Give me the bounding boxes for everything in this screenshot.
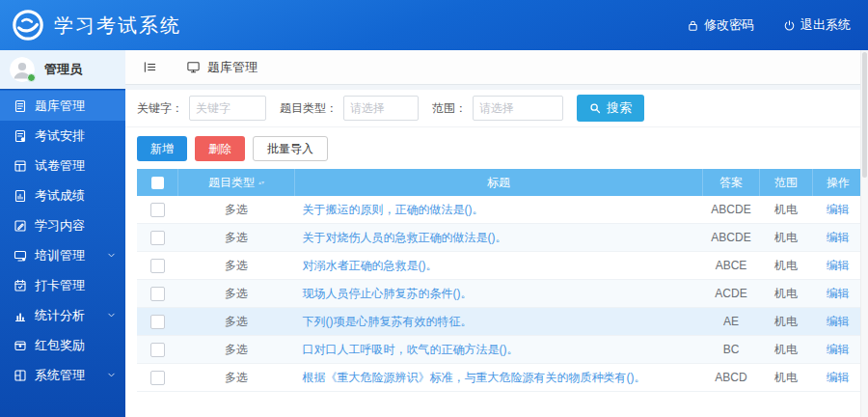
sidebar-item[interactable]: 考试安排: [0, 121, 125, 151]
column-header-scope: 范围: [760, 169, 813, 196]
cell-question-type: 多选: [178, 224, 295, 252]
scope-select[interactable]: [473, 96, 563, 121]
user-name: 管理员: [44, 61, 82, 78]
question-title-link[interactable]: 根据《重大危险源辨识》标准，与重大危险源有关的物质种类有()。: [303, 371, 646, 384]
chevron-down-icon: [107, 311, 116, 320]
sidebar-item[interactable]: 学习内容: [0, 210, 125, 240]
sort-icon[interactable]: ▴▾: [258, 181, 264, 185]
header-actions: 修改密码 退出系统: [687, 16, 868, 34]
sidebar-item-label: 统计分析: [35, 307, 85, 324]
sidebar-item-label: 打卡管理: [35, 277, 85, 294]
row-checkbox[interactable]: [150, 259, 165, 273]
question-title-link[interactable]: 关于对烧伤人员的急救正确的做法是()。: [303, 231, 507, 244]
cell-scope: 机电: [760, 336, 813, 364]
cell-answer: ABCE: [703, 252, 760, 280]
logout-button[interactable]: 退出系统: [783, 16, 851, 34]
sidebar-item[interactable]: 考试成绩: [0, 181, 125, 210]
row-checkbox[interactable]: [150, 315, 165, 329]
column-header-title: 标题: [295, 169, 703, 196]
question-title-link[interactable]: 关于搬运的原则，正确的做法是()。: [303, 203, 484, 216]
question-title-link[interactable]: 下列()项是心肺复苏有效的特征。: [303, 315, 473, 328]
sidebar-item[interactable]: 系统管理: [0, 360, 125, 390]
table-row: 多选口对口人工呼吸时，吹气的正确方法是()。BC机电编辑: [137, 336, 863, 364]
sidebar-item-label: 培训管理: [35, 247, 85, 264]
question-title-link[interactable]: 口对口人工呼吸时，吹气的正确方法是()。: [303, 343, 519, 356]
cell-scope: 机电: [760, 364, 813, 392]
table-body: 多选关于搬运的原则，正确的做法是()。ABCDE机电编辑多选关于对烧伤人员的急救…: [137, 196, 863, 392]
user-panel: 管理员: [0, 50, 125, 89]
cell-answer: ABCDE: [703, 196, 760, 224]
cell-answer: ACDE: [703, 280, 760, 308]
lock-icon: [687, 19, 699, 32]
table-header-row: 题目类型▴▾ 标题 答案 范围 操作: [137, 169, 863, 196]
tab-bar: 题库管理: [125, 50, 868, 85]
tab-question-bank[interactable]: 题库管理: [173, 50, 271, 84]
search-icon: [589, 102, 601, 114]
question-title-link[interactable]: 对溺水者正确的急救是()。: [303, 259, 438, 272]
delete-button[interactable]: 删除: [195, 136, 245, 161]
sidebar-item[interactable]: 题库管理: [0, 91, 125, 121]
cell-scope: 机电: [760, 252, 813, 280]
search-button[interactable]: 搜索: [577, 95, 644, 122]
logout-label: 退出系统: [800, 16, 851, 34]
add-button[interactable]: 新增: [137, 136, 187, 161]
sidebar-item-label: 试卷管理: [35, 157, 85, 175]
sidebar-item-label: 学习内容: [35, 217, 85, 235]
scrollbar-thumb[interactable]: [862, 52, 867, 178]
cell-scope: 机电: [760, 196, 813, 224]
sidebar-item[interactable]: 试卷管理: [0, 151, 125, 181]
edit-link[interactable]: 编辑: [827, 343, 850, 356]
edit-link[interactable]: 编辑: [827, 231, 850, 244]
scope-label: 范围：: [432, 100, 467, 117]
cell-question-type: 多选: [178, 252, 295, 280]
doc-text-icon: [14, 99, 27, 113]
question-type-select[interactable]: [343, 96, 419, 121]
row-checkbox[interactable]: [150, 343, 165, 357]
sidebar-item-label: 系统管理: [35, 367, 85, 384]
table-row: 多选关于搬运的原则，正确的做法是()。ABCDE机电编辑: [137, 196, 863, 224]
table-row: 多选现场人员停止心肺复苏的条件()。ACDE机电编辑: [137, 280, 863, 308]
sidebar-item-label: 考试安排: [35, 127, 85, 145]
cell-question-type: 多选: [178, 336, 295, 364]
app-logo: 学习考试系统: [0, 9, 181, 42]
question-type-label: 题目类型：: [280, 100, 338, 117]
sidebar-item[interactable]: 统计分析: [0, 300, 125, 330]
power-icon: [783, 19, 796, 32]
column-header-actions: 操作: [813, 169, 864, 196]
main-content: 题库管理 关键字： 题目类型： 范围： 搜索 新增 删除 批量导入 题目类型▴▾…: [125, 50, 868, 417]
question-title-link[interactable]: 现场人员停止心肺复苏的条件()。: [303, 287, 473, 300]
edit-link[interactable]: 编辑: [827, 203, 850, 216]
column-header-type[interactable]: 题目类型▴▾: [178, 169, 295, 196]
sidebar-item[interactable]: 培训管理: [0, 240, 125, 270]
row-checkbox[interactable]: [150, 287, 165, 301]
filter-bar: 关键字： 题目类型： 范围： 搜索: [125, 90, 868, 127]
row-checkbox[interactable]: [150, 203, 165, 217]
cell-question-type: 多选: [178, 308, 295, 336]
row-checkbox[interactable]: [150, 231, 165, 245]
edit-link[interactable]: 编辑: [827, 315, 850, 328]
edit-link[interactable]: 编辑: [827, 371, 850, 384]
scrollbar[interactable]: [860, 50, 868, 417]
settings-icon: [14, 369, 27, 382]
grid-doc-icon: [14, 159, 27, 173]
sidebar: 管理员 题库管理考试安排试卷管理考试成绩学习内容培训管理打卡管理统计分析红包奖励…: [0, 50, 125, 417]
batch-import-button[interactable]: 批量导入: [253, 136, 328, 161]
table-row: 多选下列()项是心肺复苏有效的特征。AE机电编辑: [137, 308, 863, 336]
cell-answer: ABCD: [703, 364, 760, 392]
row-checkbox[interactable]: [150, 371, 165, 385]
change-password-button[interactable]: 修改密码: [687, 16, 754, 34]
cell-answer: ABCDE: [703, 224, 760, 252]
edit-link[interactable]: 编辑: [827, 287, 850, 300]
toolbar: 新增 删除 批量导入: [125, 127, 868, 169]
menu-fold-icon[interactable]: [125, 60, 173, 74]
edit-link[interactable]: 编辑: [827, 259, 850, 272]
red-packet-icon: [14, 339, 27, 352]
keyword-input[interactable]: [189, 96, 266, 121]
search-button-label: 搜索: [607, 99, 632, 117]
column-header-type-label: 题目类型: [208, 176, 255, 189]
calendar-check-icon: [14, 279, 27, 292]
sidebar-item[interactable]: 红包奖励: [0, 330, 125, 360]
select-all-checkbox[interactable]: [151, 177, 164, 189]
sidebar-item[interactable]: 打卡管理: [0, 270, 125, 300]
swirl-logo-icon: [12, 9, 44, 42]
